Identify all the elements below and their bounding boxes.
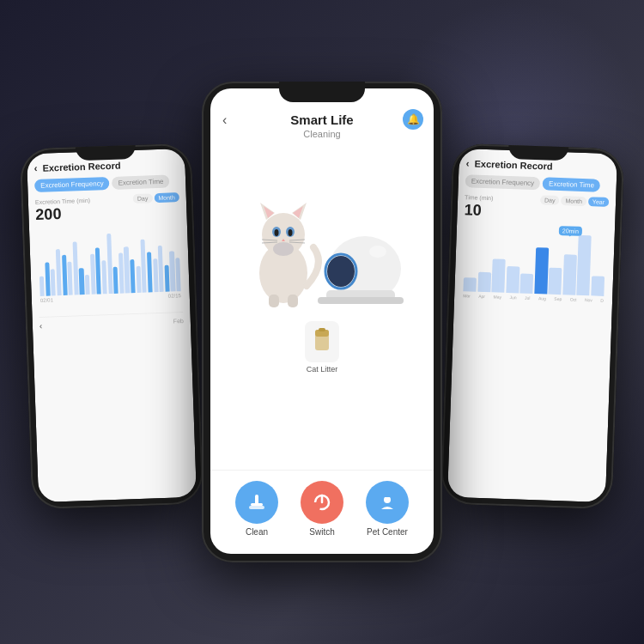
right-label-7: Oct	[570, 297, 577, 302]
right-title: Excretion Record	[474, 159, 552, 172]
right-bar-3	[506, 266, 519, 294]
left-bar-19	[147, 252, 153, 293]
left-bar-0	[39, 276, 45, 295]
device-image	[236, 161, 408, 307]
left-footer: ‹ Feb	[39, 312, 184, 331]
svg-rect-33	[384, 495, 391, 497]
clean-label: Clean	[246, 527, 268, 537]
svg-rect-16	[288, 295, 298, 307]
left-bar-9	[90, 254, 96, 295]
cat-litter-icon	[312, 328, 332, 355]
left-excretion-screen: ‹ Excretion Record Excretion Frequency E…	[27, 149, 197, 502]
center-phone-screen: ‹ Smart Life Cleaning 🔔	[210, 88, 434, 554]
right-stat-value: 10	[464, 201, 493, 220]
right-label-2: May	[493, 294, 501, 299]
left-period-month[interactable]: Month	[154, 192, 179, 203]
right-tabs: Excretion Frequency Excretion Time	[465, 174, 610, 192]
center-body: Cat Litter	[210, 146, 434, 470]
bell-icon[interactable]: 🔔	[403, 109, 423, 130]
left-bar-24	[175, 258, 180, 291]
cat-litter-status: Cat Litter	[305, 321, 339, 374]
cat-litter-icon-box	[305, 321, 339, 362]
left-period-btns: Day Month	[133, 192, 179, 204]
pet-center-button[interactable]	[366, 481, 409, 524]
center-title: Smart Life	[224, 112, 420, 127]
pet-center-label: Pet Center	[367, 527, 408, 537]
pet-icon	[378, 493, 397, 512]
left-bar-8	[85, 275, 90, 295]
right-period-day[interactable]: Day	[540, 195, 560, 205]
right-chart: 20min MarAprMayJunJulAugSepOctNovD	[461, 222, 608, 313]
left-bar-18	[141, 239, 147, 292]
right-excretion-screen: ‹ Excretion Record Excretion Frequency E…	[447, 149, 617, 502]
right-stat-label: Time (min)	[465, 194, 493, 201]
left-bar-11	[101, 260, 106, 294]
phones-container: ‹ Excretion Record Excretion Frequency E…	[0, 0, 644, 644]
right-label-3: Jun	[509, 295, 516, 300]
svg-point-9	[289, 229, 293, 236]
left-bar-1	[45, 263, 50, 296]
svg-point-32	[384, 496, 391, 503]
right-label-0: Mar	[463, 293, 471, 298]
center-screen: ‹ Smart Life Cleaning 🔔	[210, 88, 434, 554]
right-label-4: Jul	[525, 295, 531, 301]
right-label-1: Apr	[478, 294, 485, 299]
svg-point-23	[369, 246, 386, 258]
right-label-5: Aug	[538, 295, 546, 301]
left-bar-12	[106, 234, 113, 294]
left-bar-2	[51, 269, 56, 295]
left-chart-bars	[36, 222, 183, 296]
left-bar-14	[118, 253, 125, 294]
right-bar-0	[463, 278, 477, 292]
left-bar-20	[153, 258, 158, 292]
right-tab-frequency[interactable]: Excretion Frequency	[465, 174, 541, 190]
left-footer-month: Feb	[173, 318, 184, 324]
cat-svg	[245, 187, 322, 307]
left-bar-10	[95, 247, 101, 295]
svg-point-8	[275, 229, 279, 236]
right-phone: ‹ Excretion Record Excretion Frequency E…	[440, 143, 625, 510]
broom-icon	[247, 493, 266, 512]
right-bar-6	[549, 268, 562, 295]
status-icons: Cat Litter	[305, 321, 339, 374]
left-bar-4	[62, 255, 68, 295]
right-bar-8	[577, 235, 592, 295]
left-back-icon[interactable]: ‹	[33, 162, 37, 174]
action-buttons: Clean Switch	[224, 481, 420, 537]
left-tab-frequency[interactable]: Excretion Frequency	[34, 177, 110, 192]
left-period-day[interactable]: Day	[133, 193, 153, 204]
switch-button-group: Switch	[301, 481, 343, 537]
right-period-year[interactable]: Year	[588, 197, 610, 207]
left-bar-17	[136, 266, 141, 293]
center-back-icon[interactable]: ‹	[222, 112, 227, 128]
left-label-start: 02/01	[40, 297, 53, 303]
left-chart: 02/01 02/15	[36, 222, 183, 313]
left-phone-screen: ‹ Excretion Record Excretion Frequency E…	[27, 149, 197, 502]
left-tab-time[interactable]: Excretion Time	[112, 175, 169, 190]
right-period-btns: Day Month Year	[540, 195, 609, 207]
right-label-8: Nov	[585, 297, 592, 302]
left-bar-23	[169, 252, 175, 292]
switch-label: Switch	[309, 527, 334, 537]
center-bottom-bar: Clean Switch	[210, 470, 434, 554]
switch-button[interactable]	[301, 481, 343, 524]
right-back-icon[interactable]: ‹	[465, 157, 469, 169]
left-bar-5	[67, 262, 72, 295]
right-period-month[interactable]: Month	[561, 196, 586, 206]
left-title: Excretion Record	[42, 161, 120, 173]
right-chart-tooltip: 20min	[559, 226, 582, 236]
left-nav-prev[interactable]: ‹	[39, 321, 43, 331]
left-label-end: 02/15	[168, 293, 181, 299]
right-tab-time[interactable]: Excretion Time	[543, 177, 600, 191]
left-tabs: Excretion Frequency Excretion Time	[34, 174, 179, 192]
right-bar-7	[562, 255, 577, 295]
right-bar-9	[591, 276, 605, 296]
center-phone: ‹ Smart Life Cleaning 🔔	[202, 82, 442, 562]
clean-button[interactable]	[235, 481, 278, 524]
right-label-9: D	[600, 298, 604, 303]
left-phone: ‹ Excretion Record Excretion Frequency E…	[20, 143, 204, 510]
left-bar-7	[79, 268, 84, 295]
right-label-6: Sep	[554, 296, 562, 301]
svg-rect-15	[269, 295, 279, 307]
right-bar-5	[534, 247, 549, 295]
